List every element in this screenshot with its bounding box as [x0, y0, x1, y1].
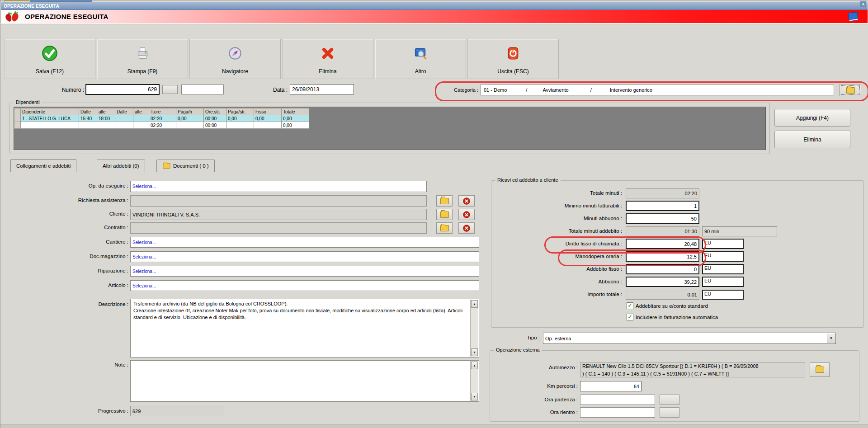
cliente-browse-button[interactable]: [436, 209, 453, 220]
automezzo-field[interactable]: RENAULT New Clio 1.5 DCI 85CV Sportour […: [580, 362, 805, 377]
chevron-down-icon[interactable]: ▼: [827, 334, 835, 343]
abbuono-currency[interactable]: EU: [702, 277, 744, 287]
minimo-minuti-field[interactable]: 1: [626, 201, 699, 211]
book-search-icon: [412, 45, 429, 62]
doc-magazzino-field[interactable]: Seleziona...: [130, 251, 479, 262]
titlebar-title: OPERAZIONE ESEGUITA: [4, 4, 59, 9]
table-row[interactable]: 1 - STATELLO G. LUCA 15:40 18:00 02:20 0…: [14, 115, 309, 122]
categoria-field[interactable]: 01 - Demo / Avviamento / Intervento gene…: [481, 84, 834, 95]
richiesta-browse-button[interactable]: [436, 195, 453, 207]
articolo-field[interactable]: Seleziona...: [130, 280, 479, 291]
tab-altri-addebiti[interactable]: Altri addebiti (0): [97, 160, 145, 172]
tipo-dropdown[interactable]: Op. esterna ▼: [543, 333, 836, 344]
totale-minuti-label: Totale minuti :: [500, 190, 622, 196]
titlebar: OPERAZIONE ESEGUITA: [1, 2, 868, 10]
descrizione-textarea[interactable]: Trsferimento archivio (da NB del giglio …: [130, 299, 479, 357]
checkbox-addebitare[interactable]: ✓ Addebitare su e/conto standard: [627, 302, 708, 309]
cliente-field[interactable]: VINDIGNI TRINGALI V. S.A.S.: [130, 209, 427, 220]
abbuono-field[interactable]: 39,22: [626, 277, 699, 287]
addebito-fisso-field[interactable]: 0: [626, 264, 699, 274]
page-title: OPERAZIONE ESEGUITA: [25, 13, 108, 20]
richiesta-clear-button[interactable]: [458, 195, 475, 207]
window-bottom-edge: [0, 424, 868, 428]
save-button-label: Salva (F12): [5, 68, 95, 75]
close-icon[interactable]: X: [860, 1, 866, 7]
manodopera-oraria-field[interactable]: 12,5: [626, 251, 699, 262]
minuti-abbuono-field[interactable]: 50: [626, 213, 699, 224]
navigator-button-label: Navigatore: [190, 68, 280, 75]
km-percorsi-label: Km percorsi :: [500, 383, 578, 389]
scroll-up-icon[interactable]: ▲: [471, 300, 478, 308]
dipendenti-legend: Dipendenti: [14, 99, 42, 105]
numero-suffix-field[interactable]: [181, 85, 224, 94]
table-row[interactable]: 02:20 00:00 0,00: [14, 122, 309, 129]
riparazione-field[interactable]: Seleziona...: [130, 266, 479, 277]
ora-rientro-field[interactable]: [580, 407, 655, 418]
numero-label: Numero :: [28, 87, 84, 93]
book-icon[interactable]: [846, 11, 860, 22]
aggiungi-button[interactable]: Aggiungi (F4): [774, 109, 850, 127]
contratto-field[interactable]: [130, 222, 427, 234]
header-separator: [0, 23, 868, 24]
numero-spin-button[interactable]: [162, 85, 178, 94]
diritto-fisso-field[interactable]: 20,48: [626, 239, 699, 249]
note-textarea[interactable]: ▲ ▼: [130, 360, 479, 402]
tab-documenti[interactable]: Documenti ( 0 ): [156, 160, 215, 172]
remove-circle-icon: [463, 211, 470, 218]
op-da-eseguire-field[interactable]: Seleziona...: [130, 181, 427, 192]
exit-button[interactable]: Uscita (ESC): [467, 39, 559, 79]
totale-minuti-field: 02:20: [626, 188, 699, 198]
dipendenti-table[interactable]: Dipendente Dalle alle Dalle alle T.ore P…: [14, 108, 309, 129]
folder-icon: [440, 212, 449, 218]
tab-collegamenti-e-addebiti[interactable]: Collegamenti e addebiti: [10, 159, 76, 172]
altro-button[interactable]: Altro: [375, 39, 466, 79]
automezzo-browse-button[interactable]: [810, 362, 830, 377]
checkbox-fatturazione[interactable]: ✓ Includere in fatturazione automatica: [627, 314, 718, 320]
km-percorsi-field[interactable]: 64: [580, 381, 642, 391]
data-label: Data :: [245, 87, 288, 93]
remove-circle-icon: [463, 198, 470, 205]
data-field[interactable]: 26/09/2013: [290, 84, 354, 94]
categoria-part-1: 01 - Demo: [484, 87, 507, 93]
scroll-down-icon[interactable]: ▼: [471, 348, 478, 356]
folder-icon: [846, 87, 855, 94]
manodopera-oraria-currency[interactable]: EU: [702, 251, 744, 262]
contratto-label: Contratto :: [14, 225, 128, 230]
descrizione-label: Descrizione :: [14, 301, 128, 307]
scroll-up-icon[interactable]: ▲: [471, 362, 478, 369]
ora-rientro-label: Ora rientro :: [500, 409, 578, 415]
ora-partenza-button[interactable]: [660, 395, 679, 405]
cantiere-label: Cantiere :: [14, 239, 128, 245]
delete-button[interactable]: Elimina: [282, 39, 373, 79]
checkbox-checked-icon[interactable]: ✓: [627, 302, 633, 309]
cliente-clear-button[interactable]: [458, 209, 475, 220]
categoria-separator: /: [590, 87, 592, 93]
folder-icon: [440, 225, 449, 231]
minuti-abbuono-label: Minuti abbuono :: [500, 216, 622, 221]
print-button[interactable]: Stampa (F9): [97, 39, 188, 79]
ora-rientro-button[interactable]: [660, 407, 679, 418]
minuti-addebito-extra-field: 90 min: [702, 226, 777, 236]
operazione-esterna-legend: Operazione esterna: [494, 347, 542, 353]
ora-partenza-field[interactable]: [580, 395, 655, 405]
descrizione-scrollbar[interactable]: ▲ ▼: [470, 300, 478, 357]
importo-totale-currency[interactable]: EU: [702, 290, 744, 300]
cantiere-field[interactable]: Seleziona...: [130, 237, 479, 248]
note-scrollbar[interactable]: ▲ ▼: [470, 361, 478, 401]
numero-field[interactable]: 629: [85, 84, 160, 95]
ora-partenza-label: Ora partenza :: [500, 397, 578, 402]
richiesta-assistenza-field[interactable]: [130, 195, 427, 207]
riparazione-label: Riparazione :: [14, 268, 128, 273]
categoria-part-2: Avviamento: [542, 87, 568, 93]
elimina-row-button[interactable]: Elimina: [774, 131, 850, 148]
diritto-fisso-currency[interactable]: EU: [702, 239, 744, 249]
save-button[interactable]: Salva (F12): [4, 39, 95, 79]
addebito-fisso-currency[interactable]: EU: [702, 264, 744, 274]
navigator-button[interactable]: Navigatore: [189, 39, 281, 79]
contratto-clear-button[interactable]: [458, 222, 475, 234]
operazione-eseguita-window: OPERAZIONE ESEGUITA X OPERAZIONE ESEGUIT…: [0, 0, 868, 428]
contratto-browse-button[interactable]: [436, 222, 453, 234]
categoria-browse-button[interactable]: [840, 84, 861, 96]
checkbox-checked-icon[interactable]: ✓: [627, 314, 633, 320]
scroll-down-icon[interactable]: ▼: [471, 393, 478, 400]
